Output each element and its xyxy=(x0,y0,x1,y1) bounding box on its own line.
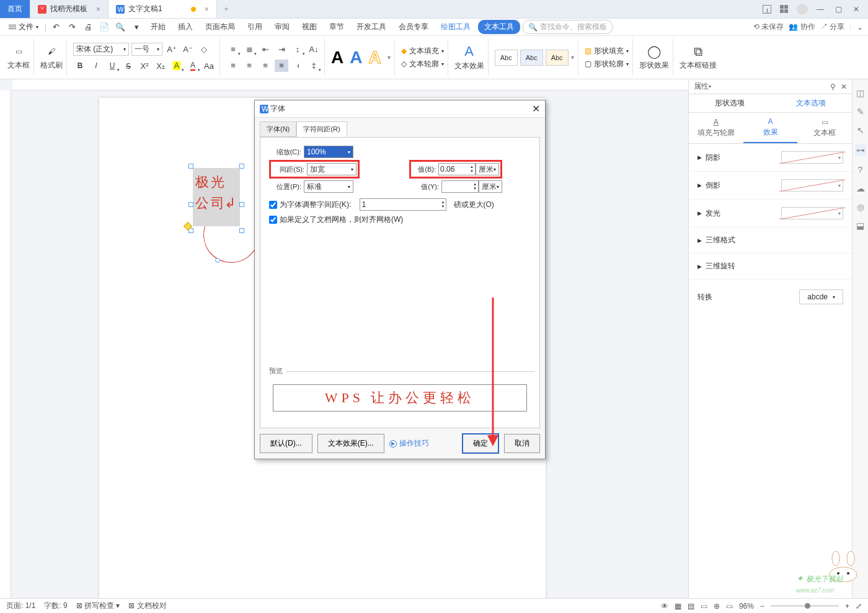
value-b-input[interactable]: 0.06▲▼ xyxy=(438,163,476,175)
word-count[interactable]: 字数: 9 xyxy=(44,601,67,611)
menu-layout[interactable]: 页面布局 xyxy=(200,19,240,35)
tab-document[interactable]: W 文字文稿1 × xyxy=(108,0,217,18)
case-button[interactable]: Aa xyxy=(202,60,216,72)
coop-button[interactable]: 👥 协作 xyxy=(789,22,815,32)
user-avatar[interactable] xyxy=(797,4,808,15)
text-fill-button[interactable]: ◆文本填充▾ xyxy=(401,46,444,56)
default-button[interactable]: 默认(D)... xyxy=(260,434,312,453)
effect-shadow[interactable]: ▶阴影▾ xyxy=(689,144,852,172)
line-spacing-icon[interactable]: ‡▾ xyxy=(307,60,321,72)
shape-outline-button[interactable]: ▢形状轮廓▾ xyxy=(585,59,629,69)
textbox-link-button[interactable]: ⧉文本框链接 xyxy=(680,45,717,71)
more-icon[interactable]: ▾ xyxy=(130,21,143,33)
kerning-checkbox[interactable] xyxy=(269,201,277,209)
align-justify-icon[interactable]: ≡ xyxy=(275,60,288,72)
align-right-icon[interactable]: ≡ xyxy=(259,60,272,72)
text-style-a3[interactable]: A xyxy=(368,48,381,68)
view-outline-icon[interactable]: ▭ xyxy=(701,602,707,611)
tab-shape-options[interactable]: 形状选项 xyxy=(689,94,771,112)
tab-home[interactable]: 首页 xyxy=(0,0,30,18)
share-button[interactable]: ↗ 分享 xyxy=(820,22,844,32)
distribute-icon[interactable]: ⫞ xyxy=(291,60,304,72)
indent-icon[interactable]: ⇥ xyxy=(275,43,288,56)
value-b-unit[interactable]: 厘米▾ xyxy=(476,163,499,175)
dialog-close-button[interactable]: ✕ xyxy=(532,103,540,115)
tool-dock-icon[interactable]: ⬓ xyxy=(856,221,864,231)
menu-text-tools[interactable]: 文本工具 xyxy=(478,20,520,34)
increase-font-icon[interactable]: A⁺ xyxy=(165,43,179,56)
clear-format-icon[interactable]: ◇ xyxy=(197,43,211,56)
shape-style-3[interactable]: Abc xyxy=(546,50,569,66)
tool-1[interactable]: ◫ xyxy=(856,88,864,98)
shape-fill-button[interactable]: ▧形状填充▾ xyxy=(585,46,629,56)
scale-combo[interactable]: 100%▾ xyxy=(304,146,353,158)
outdent-icon[interactable]: ⇤ xyxy=(259,43,272,56)
zoom-value[interactable]: 96% xyxy=(739,602,754,611)
underline-button[interactable]: U▾ xyxy=(105,60,119,72)
align-center-icon[interactable]: ≡ xyxy=(242,60,256,72)
tool-cursor-icon[interactable]: ↖ xyxy=(857,125,864,135)
redo-icon[interactable]: ↷ xyxy=(65,21,79,33)
grid-icon[interactable] xyxy=(777,4,790,14)
text-style-a2[interactable]: A xyxy=(350,48,362,68)
subtab-textbox[interactable]: ▭文本框 xyxy=(797,113,852,143)
style-more[interactable]: ▾ xyxy=(388,54,391,61)
effect-3d-format[interactable]: ▶三维格式 xyxy=(689,227,852,254)
globe-icon[interactable]: ⊕ xyxy=(714,602,720,611)
zoom-in[interactable]: + xyxy=(845,602,849,611)
textbox-button[interactable]: ▭文本框 xyxy=(7,44,30,71)
menu-section[interactable]: 章节 xyxy=(324,19,349,35)
eye-icon[interactable]: 👁 xyxy=(661,602,668,611)
align-left-icon[interactable]: ≡ xyxy=(226,60,240,72)
superscript-button[interactable]: X² xyxy=(138,60,151,72)
tab-templates[interactable]: 找稻壳模板 × xyxy=(30,0,108,18)
tool-target-icon[interactable]: ◎ xyxy=(857,202,864,212)
effect-glow[interactable]: ▶发光▾ xyxy=(689,200,852,227)
text-dir-icon[interactable]: ↕▾ xyxy=(291,43,304,56)
numbering-icon[interactable]: ≣▾ xyxy=(242,43,256,56)
tab-text-options[interactable]: 文本选项 xyxy=(771,94,852,112)
text-outline-button[interactable]: ◇文本轮廓▾ xyxy=(401,59,444,69)
format-painter[interactable]: 🖌格式刷 xyxy=(40,44,63,71)
dialog-tab-font[interactable]: 字体(N) xyxy=(260,121,296,137)
shape-effects-button[interactable]: ◯形状效果 xyxy=(639,44,669,71)
spellcheck-toggle[interactable]: ⊠ 拼写检查 ▾ xyxy=(76,601,120,611)
spacing-combo[interactable]: 加宽▾ xyxy=(307,163,356,175)
maximize-button[interactable]: ▢ xyxy=(833,4,844,15)
tool-cloud-icon[interactable]: ☁ xyxy=(856,183,865,193)
strike-button[interactable]: S̶ xyxy=(122,60,135,72)
fit-icon[interactable]: ⤢ xyxy=(856,602,862,611)
value-y-input[interactable]: ▲▼ xyxy=(441,180,479,193)
text-style-a1[interactable]: A xyxy=(331,48,343,68)
effect-reflection[interactable]: ▶倒影▾ xyxy=(689,172,852,200)
decrease-font-icon[interactable]: A⁻ xyxy=(181,43,195,56)
highlight-button[interactable]: A▾ xyxy=(170,60,184,72)
unsaved-indicator[interactable]: ⟲ 未保存 xyxy=(753,22,784,32)
shape-style-2[interactable]: Abc xyxy=(520,50,543,66)
panel-close-icon[interactable]: ✕ xyxy=(841,82,847,91)
text-effects-button[interactable]: A文本效果 xyxy=(454,43,484,71)
preview-icon[interactable]: 🔍 xyxy=(113,21,127,33)
window-count[interactable]: 1 xyxy=(763,5,771,14)
pin-icon[interactable]: ⚲ xyxy=(830,82,836,91)
shape-style-1[interactable]: Abc xyxy=(495,50,518,66)
menu-view[interactable]: 视图 xyxy=(297,19,322,35)
save-icon[interactable]: 🖨 xyxy=(81,21,95,33)
font-size-select[interactable]: 一号▾ xyxy=(131,43,162,56)
subtab-effects[interactable]: A效果 xyxy=(743,113,798,143)
close-icon[interactable]: × xyxy=(205,5,209,14)
view-web-icon[interactable]: ▤ xyxy=(688,602,694,611)
print-icon[interactable]: 📄 xyxy=(97,21,111,33)
page-indicator[interactable]: 页面: 1/1 xyxy=(6,601,35,611)
tool-settings-icon[interactable]: ⊶ xyxy=(855,144,866,156)
position-combo[interactable]: 标准▾ xyxy=(304,180,353,193)
tips-link[interactable]: ▶操作技巧 xyxy=(389,438,429,449)
minimize-button[interactable]: — xyxy=(814,4,826,15)
tool-help-icon[interactable]: ? xyxy=(858,165,863,175)
menu-start[interactable]: 开始 xyxy=(146,19,170,35)
effect-3d-rotation[interactable]: ▶三维旋转 xyxy=(689,254,852,280)
horizontal-ruler[interactable] xyxy=(12,79,688,90)
bold-button[interactable]: B xyxy=(73,60,87,72)
zoom-out[interactable]: − xyxy=(760,602,764,611)
menu-insert[interactable]: 插入 xyxy=(173,19,198,35)
